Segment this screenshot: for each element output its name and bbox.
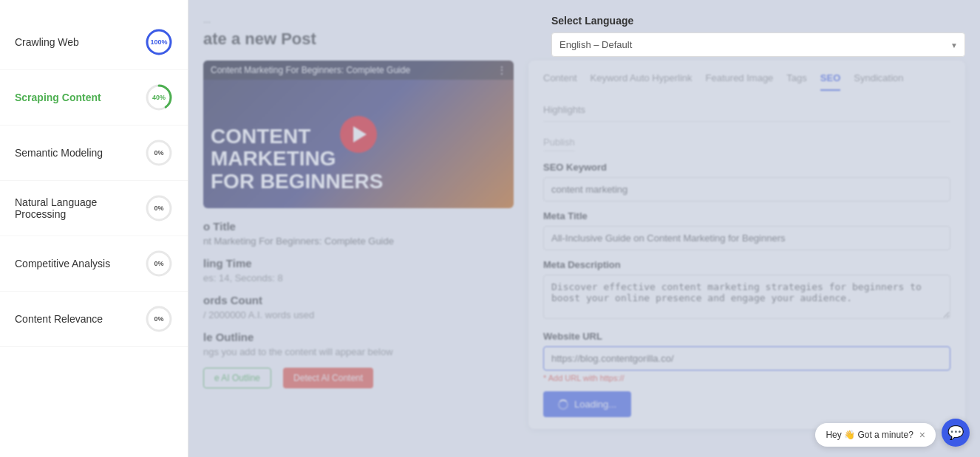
progress-label-relevance: 0% [154, 315, 163, 323]
progress-circle-relevance: 0% [145, 305, 173, 333]
progress-circle-crawling: 100% [145, 28, 173, 56]
sidebar-item-nlp[interactable]: Natural Language Processing 0% [0, 181, 188, 236]
language-select-wrapper: English – Default Spanish French German [551, 32, 965, 57]
progress-label-competitive: 0% [154, 260, 163, 267]
sidebar-item-crawling-web[interactable]: Crawling Web 100% [0, 15, 188, 70]
sidebar-item-label: Semantic Modeling [15, 147, 145, 159]
progress-label-semantic: 0% [154, 149, 163, 157]
sidebar-item-label: Scraping Content [15, 92, 145, 103]
chat-open-button[interactable]: 💬 [942, 419, 970, 447]
chat-bubble-text: Hey 👋 Got a minute? [826, 430, 913, 440]
progress-circle-semantic: 0% [145, 139, 173, 167]
chat-close-button[interactable]: × [919, 429, 925, 441]
sidebar-item-label: Crawling Web [15, 36, 145, 48]
progress-circle-scraping: 40% [145, 83, 173, 111]
progress-label-scraping: 40% [152, 94, 166, 101]
sidebar-item-semantic-modeling[interactable]: Semantic Modeling 0% [0, 126, 188, 181]
sidebar: Crawling Web 100% Scraping Content 40% [0, 0, 188, 457]
progress-circle-nlp: 0% [145, 194, 173, 222]
sidebar-item-label: Competitive Analysis [15, 258, 145, 269]
main-area: ... ate a new Post Content Marketing For… [188, 0, 980, 457]
sidebar-item-label: Content Relevance [15, 313, 145, 325]
chat-bubble: Hey 👋 Got a minute? × [815, 423, 936, 447]
language-section: Select Language English – Default Spanis… [551, 15, 965, 57]
sidebar-item-competitive-analysis[interactable]: Competitive Analysis 0% [0, 236, 188, 292]
sidebar-item-content-relevance[interactable]: Content Relevance 0% [0, 292, 188, 347]
language-label: Select Language [551, 15, 965, 27]
sidebar-item-label: Natural Language Processing [15, 196, 145, 220]
progress-label-crawling: 100% [150, 38, 167, 46]
progress-label-nlp: 0% [154, 205, 163, 212]
chat-icon: 💬 [947, 425, 964, 441]
progress-circle-competitive: 0% [145, 250, 173, 278]
loading-overlay [188, 0, 980, 457]
sidebar-item-scraping-content[interactable]: Scraping Content 40% [0, 70, 188, 126]
language-select[interactable]: English – Default Spanish French German [551, 32, 965, 57]
